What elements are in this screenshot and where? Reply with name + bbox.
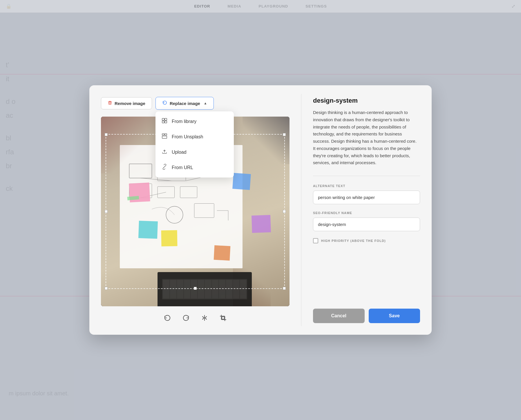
handle-bottom-left[interactable] — [105, 287, 108, 290]
rotate-right-button[interactable] — [181, 313, 191, 323]
handle-bottom-center[interactable] — [194, 287, 197, 290]
image-toolbar: Remove image Replace image ▲ — [101, 97, 290, 110]
grid-icon — [161, 118, 168, 125]
right-divider — [313, 176, 420, 176]
alt-text-input[interactable] — [313, 191, 420, 204]
seo-label: SEO-FRIENDLY NAME — [313, 211, 420, 215]
svg-rect-1 — [162, 118, 164, 120]
crop-button[interactable] — [218, 313, 228, 323]
svg-rect-2 — [165, 118, 167, 120]
from-library-label: From library — [172, 119, 196, 124]
from-unsplash-label: From Unsplash — [172, 134, 203, 140]
replace-image-button[interactable]: Replace image ▲ — [155, 97, 214, 110]
dropdown-from-url[interactable]: From URL — [155, 160, 234, 175]
flip-horizontal-button[interactable] — [199, 313, 210, 323]
svg-rect-19 — [222, 317, 224, 319]
trash-icon — [108, 100, 112, 106]
from-url-label: From URL — [172, 165, 193, 170]
unsplash-icon — [161, 133, 168, 140]
save-button[interactable]: Save — [369, 309, 420, 323]
image-title: design-system — [313, 97, 420, 104]
dropdown-upload[interactable]: Upload — [155, 144, 234, 160]
replace-button-wrapper: Replace image ▲ — [155, 97, 214, 110]
link-icon — [161, 164, 168, 171]
modal-right-panel: design-system Design thinking is a human… — [301, 85, 432, 335]
action-buttons: Cancel Save — [313, 309, 420, 323]
rotate-left-button[interactable] — [162, 313, 173, 323]
remove-image-button[interactable]: Remove image — [101, 97, 152, 109]
svg-rect-6 — [165, 134, 167, 135]
priority-label: HIGH PRIORITY (ABOVE THE FOLD) — [321, 239, 386, 242]
handle-bottom-right[interactable] — [283, 287, 286, 290]
svg-rect-7 — [162, 136, 167, 138]
upload-label: Upload — [172, 150, 187, 155]
modal-dialog: Remove image Replace image ▲ — [89, 85, 432, 335]
image-description: Design thinking is a human-centered appr… — [313, 109, 420, 166]
handle-middle-left[interactable] — [105, 210, 108, 213]
bottom-toolbar — [101, 306, 290, 326]
svg-rect-3 — [162, 121, 164, 123]
modal-overlay: Remove image Replace image ▲ — [0, 0, 521, 420]
dropdown-from-library[interactable]: From library — [155, 114, 234, 129]
handle-top-left[interactable] — [105, 133, 108, 136]
svg-rect-5 — [162, 134, 164, 135]
svg-rect-0 — [109, 102, 111, 104]
priority-row: HIGH PRIORITY (ABOVE THE FOLD) — [313, 238, 420, 243]
chevron-up-icon: ▲ — [204, 101, 207, 105]
cancel-button[interactable]: Cancel — [313, 309, 365, 323]
seo-name-input[interactable] — [313, 218, 420, 231]
priority-checkbox[interactable] — [313, 238, 318, 243]
handle-top-right[interactable] — [283, 133, 286, 136]
modal-left-panel: Remove image Replace image ▲ — [89, 85, 301, 335]
upload-icon — [161, 149, 168, 156]
svg-rect-4 — [165, 121, 167, 123]
replace-dropdown: From library From Unsplash — [155, 111, 234, 178]
replace-icon — [162, 100, 167, 106]
handle-middle-right[interactable] — [283, 210, 286, 213]
alt-text-label: ALTERNATE TEXT — [313, 184, 420, 188]
dropdown-from-unsplash[interactable]: From Unsplash — [155, 129, 234, 144]
